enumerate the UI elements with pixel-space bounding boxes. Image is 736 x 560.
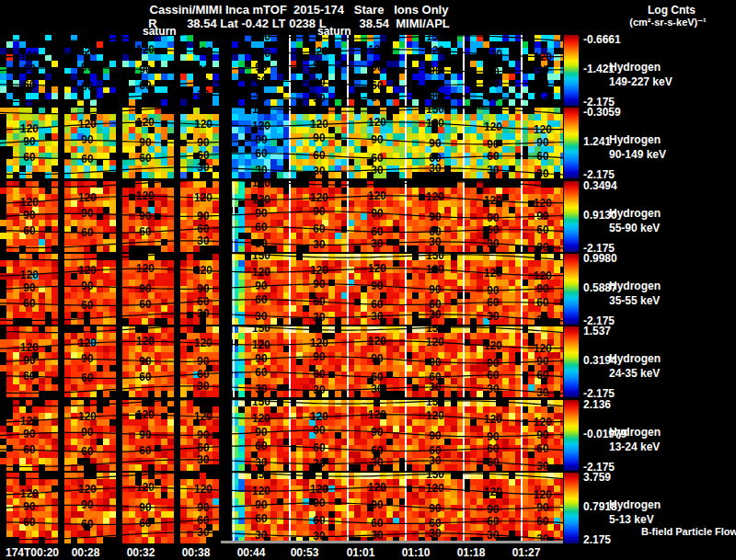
colorbar: [564, 400, 579, 471]
time-tick-label: 00:44: [237, 546, 266, 559]
colorbar-tick-label: 2.175: [583, 533, 611, 546]
colorbar-tick-label: 2.136: [583, 398, 611, 411]
spectrogram-canvas: [0, 35, 563, 106]
spectrogram-panel: 3.7590.79182.175Hydrogen5-13 keV: [0, 473, 736, 543]
colorbar-tick-label: -0.3059: [583, 106, 621, 119]
panel-species-label: Hydrogen: [609, 61, 661, 74]
page-title: Cassini/MIMI Inca mTOF 2015-174 Stare Io…: [0, 3, 598, 17]
time-tick-label: 00:32: [127, 546, 155, 559]
time-tick-label: 00:53: [291, 546, 319, 559]
panel-energy-label: 90-149 keV: [609, 148, 666, 161]
panel-species-label: Hydrogen: [609, 352, 661, 365]
panel-energy-label: 13-24 keV: [609, 440, 660, 453]
panel-species-label: Hydrogen: [609, 207, 661, 220]
colorbar-tick-label: 1.537: [583, 325, 611, 337]
colorbar: [564, 326, 579, 397]
colorbar-tick-label: 0.9980: [583, 252, 617, 265]
panel-energy-label: 35-55 keV: [609, 294, 660, 307]
colorbar-legend-title: Log Cnts: [609, 4, 734, 17]
spectrogram-panel: 1.5370.3194-2.175Hydrogen24-35 keV: [0, 326, 736, 397]
time-tick-label: 00:38: [182, 546, 211, 559]
spectrogram-canvas: [0, 473, 563, 543]
colorbar-tick-label: 1.241: [583, 135, 611, 148]
colorbar: [564, 254, 579, 325]
panel-energy-label: 5-13 keV: [609, 513, 654, 526]
colorbar: [564, 35, 579, 106]
spectrogram-canvas: [0, 326, 563, 397]
time-tick-label: 01:01: [347, 546, 375, 559]
panel-energy-label: 24-35 keV: [609, 367, 660, 380]
spectrogram-canvas: [0, 108, 563, 178]
spectrogram-panel: -0.30591.241-2.175Hydrogen90-149 keV: [0, 108, 736, 178]
colorbar-tick-label: -0.6661: [583, 33, 621, 46]
colorbar-legend-units: (cm²-sr-s-keV)⁻¹: [600, 17, 736, 29]
colorbar-tick-label: 3.759: [583, 471, 611, 484]
panel-energy-label: 55-90 keV: [609, 222, 660, 234]
spectrogram-panel: 2.136-0.01979-2.175Hydrogen13-24 keV: [0, 400, 736, 471]
panel-species-label: Hydrogen: [609, 426, 661, 439]
panel-species-label: Hydrogen: [609, 280, 661, 292]
spectrogram-display: Cassini/MIMI Inca mTOF 2015-174 Stare Io…: [0, 0, 736, 560]
colorbar: [564, 108, 579, 178]
time-tick-label: 01:18: [457, 546, 486, 559]
time-tick-label: 01:27: [512, 546, 541, 559]
colorbar-tick-label: 0.3494: [583, 179, 617, 192]
page-subtitle: R 38.54 Lat -0.42 LT 0238 L 38.54 MIMI/A…: [0, 17, 598, 30]
panel-species-label: Hydrogen: [609, 498, 661, 511]
spectrogram-panel: 0.99800.5887-2.175Hydrogen35-55 keV: [0, 254, 736, 325]
time-tick-label: 174T00:20: [6, 546, 59, 559]
colorbar: [564, 181, 579, 252]
time-tick-label: 01:10: [402, 546, 431, 559]
spectrogram-canvas: [0, 400, 563, 471]
time-tick-label: 00:28: [72, 546, 100, 559]
spectrogram-panel: -0.6661-1.421-2.175Hydrogen149-227 keV: [0, 35, 736, 106]
spectrogram-panel: 0.34940.9130-2.175Hydrogen55-90 keV: [0, 181, 736, 252]
spectrogram-canvas: [0, 254, 563, 325]
colorbar: [564, 473, 579, 543]
spectrogram-canvas: [0, 181, 563, 252]
panel-energy-label: 149-227 keV: [609, 75, 673, 88]
panel-species-label: Hydrogen: [609, 133, 661, 146]
bfield-flow-note: B-field Particle Flow: [641, 526, 736, 537]
